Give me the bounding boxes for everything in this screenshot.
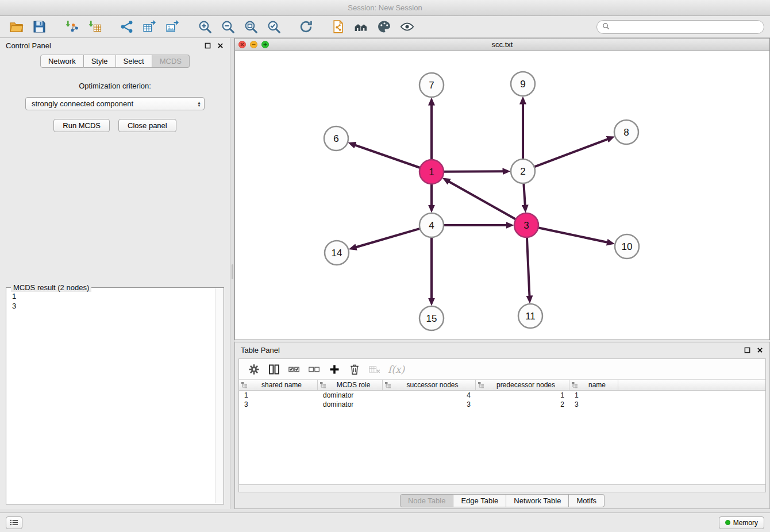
home-icon[interactable]: [351, 18, 372, 36]
graph-edge-3-11[interactable]: [527, 238, 529, 296]
criterion-value: strongly connected component: [32, 99, 133, 108]
node-table: shared nameMCDS rolesuccessor nodesprede…: [239, 380, 765, 492]
minimize-window-icon[interactable]: [250, 41, 257, 48]
table-tab-edge-table[interactable]: Edge Table: [453, 494, 506, 507]
zoom-fit-icon[interactable]: [240, 18, 261, 36]
column-header-filler: [618, 380, 765, 390]
export-image-icon[interactable]: [162, 18, 183, 36]
run-mcds-button[interactable]: Run MCDS: [53, 119, 110, 132]
network-canvas[interactable]: 7968124314101115: [235, 51, 769, 340]
import-table-icon[interactable]: [84, 18, 105, 36]
graph-edge-2-3[interactable]: [523, 184, 525, 205]
float-panel-icon[interactable]: [204, 42, 211, 49]
task-history-button[interactable]: [6, 516, 22, 529]
first-neighbors-icon[interactable]: [328, 18, 349, 36]
close-window-icon[interactable]: [238, 41, 246, 48]
close-panel-button[interactable]: Close panel: [118, 119, 176, 132]
graph-edge-1-2[interactable]: [444, 171, 503, 172]
search-box[interactable]: [596, 20, 764, 34]
zoom-in-icon[interactable]: [194, 18, 215, 36]
tab-network[interactable]: Network: [40, 55, 84, 68]
save-icon[interactable]: [29, 18, 50, 36]
cell-mcds-role[interactable]: dominator: [318, 391, 383, 399]
graph-edge-2-8[interactable]: [535, 139, 608, 167]
cell-mcds-role[interactable]: dominator: [318, 400, 383, 408]
table-row[interactable]: 1dominator411: [239, 391, 765, 400]
table-tab-node-table[interactable]: Node Table: [400, 494, 454, 507]
select-all-icon[interactable]: [287, 362, 301, 377]
criterion-select[interactable]: strongly connected component ▲▼: [25, 97, 205, 110]
column-header-mcds-role[interactable]: MCDS role: [318, 380, 383, 390]
close-panel-icon[interactable]: [217, 42, 224, 49]
sort-tree-icon: [241, 381, 248, 388]
float-table-panel-icon[interactable]: [744, 346, 751, 354]
network-share-icon[interactable]: [116, 18, 137, 36]
control-panel: Control Panel NetworkStyleSelectMCDS Opt…: [0, 38, 230, 509]
table-tab-motifs[interactable]: Motifs: [569, 494, 605, 507]
column-icon[interactable]: [267, 362, 281, 377]
column-label: shared name: [248, 381, 315, 389]
export-table-icon[interactable]: [139, 18, 160, 36]
column-header-shared-name[interactable]: shared name: [239, 380, 318, 390]
table-panel-tabs: Node TableEdge TableNetwork TableMotifs: [235, 492, 769, 508]
zoom-selected-icon[interactable]: [263, 18, 284, 36]
column-label: predecessor nodes: [484, 381, 567, 389]
mcds-result-box: MCDS result (2 nodes) 13: [6, 287, 224, 504]
graph-node-label-11: 11: [525, 311, 536, 322]
sort-tree-icon: [478, 381, 484, 388]
table-tab-network-table[interactable]: Network Table: [506, 494, 569, 507]
function-builder-icon[interactable]: f(x): [388, 364, 405, 375]
cell-successor-nodes[interactable]: 3: [383, 400, 476, 408]
control-panel-header: Control Panel: [0, 38, 230, 53]
mcds-result-title: MCDS result (2 nodes): [11, 283, 91, 292]
style-icon[interactable]: [374, 18, 395, 36]
close-table-panel-icon[interactable]: [756, 346, 764, 354]
refresh-layout-icon[interactable]: [295, 18, 317, 36]
cell-predecessor-nodes[interactable]: 2: [476, 400, 569, 408]
graph-edge-4-14[interactable]: [356, 229, 419, 247]
graph-edge-3-10[interactable]: [539, 228, 607, 242]
column-header-successor-nodes[interactable]: successor nodes: [383, 380, 476, 390]
add-row-icon[interactable]: [328, 362, 341, 377]
column-header-name[interactable]: name: [569, 380, 618, 390]
graph-node-label-6: 6: [333, 133, 338, 144]
deselect-all-icon[interactable]: [307, 362, 321, 377]
list-icon: [10, 519, 18, 526]
zoom-out-icon[interactable]: [217, 18, 238, 36]
column-label: MCDS role: [326, 381, 380, 389]
maximize-window-icon[interactable]: [261, 41, 269, 48]
trash-icon[interactable]: [348, 362, 361, 377]
delete-table-icon: [368, 362, 382, 377]
cell-predecessor-nodes[interactable]: 1: [476, 391, 569, 399]
panel-splitter[interactable]: [230, 38, 234, 509]
network-graph: 7968124314101115: [235, 51, 768, 340]
workspace: Control Panel NetworkStyleSelectMCDS Opt…: [0, 38, 770, 512]
column-header-predecessor-nodes[interactable]: predecessor nodes: [476, 380, 569, 390]
import-network-icon[interactable]: [61, 18, 82, 36]
open-folder-icon[interactable]: [6, 18, 27, 36]
main-toolbar: [0, 16, 770, 38]
search-input[interactable]: [613, 22, 759, 31]
graph-edge-1-6[interactable]: [355, 145, 419, 168]
chevron-updown-icon: ▲▼: [197, 101, 201, 107]
graph-node-label-7: 7: [429, 80, 434, 91]
control-panel-tabs: NetworkStyleSelectMCDS: [0, 55, 230, 68]
tab-mcds[interactable]: MCDS: [152, 55, 190, 68]
graph-node-label-10: 10: [622, 241, 633, 252]
graph-edge-3-1[interactable]: [449, 182, 515, 219]
memory-button[interactable]: Memory: [719, 516, 764, 529]
result-scrollbar[interactable]: [215, 288, 223, 503]
eye-icon[interactable]: [396, 18, 418, 36]
cell-name[interactable]: 3: [569, 400, 618, 408]
cell-successor-nodes[interactable]: 4: [383, 391, 476, 399]
tab-select[interactable]: Select: [116, 55, 152, 68]
tab-style[interactable]: Style: [84, 55, 116, 68]
cell-shared-name[interactable]: 1: [239, 391, 318, 399]
node-table-body: 1dominator4113dominator323: [239, 391, 765, 484]
cell-shared-name[interactable]: 3: [239, 400, 318, 408]
table-hscrollbar[interactable]: [239, 484, 765, 492]
table-row[interactable]: 3dominator323: [239, 400, 765, 409]
optimization-label: Optimization criterion:: [79, 82, 151, 90]
gear-icon[interactable]: [247, 362, 261, 377]
cell-name[interactable]: 1: [569, 391, 618, 399]
